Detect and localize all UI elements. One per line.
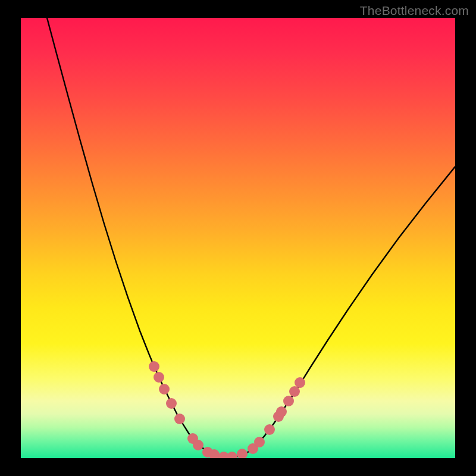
watermark-text: TheBottleneck.com xyxy=(360,4,469,18)
plot-area xyxy=(21,18,455,458)
data-point xyxy=(166,398,177,409)
data-point xyxy=(154,372,164,383)
data-point xyxy=(295,377,305,388)
data-point xyxy=(283,396,294,406)
bottleneck-curve xyxy=(47,18,455,458)
data-point xyxy=(237,449,248,458)
data-point xyxy=(227,452,237,458)
data-point xyxy=(193,440,203,450)
data-point xyxy=(174,414,185,424)
data-point xyxy=(149,361,159,372)
data-point xyxy=(254,437,265,447)
data-point xyxy=(264,424,275,435)
chart-frame: TheBottleneck.com xyxy=(0,0,476,476)
data-point xyxy=(159,384,170,394)
curve-layer xyxy=(21,18,455,458)
data-point xyxy=(289,386,300,397)
data-point xyxy=(276,406,287,417)
